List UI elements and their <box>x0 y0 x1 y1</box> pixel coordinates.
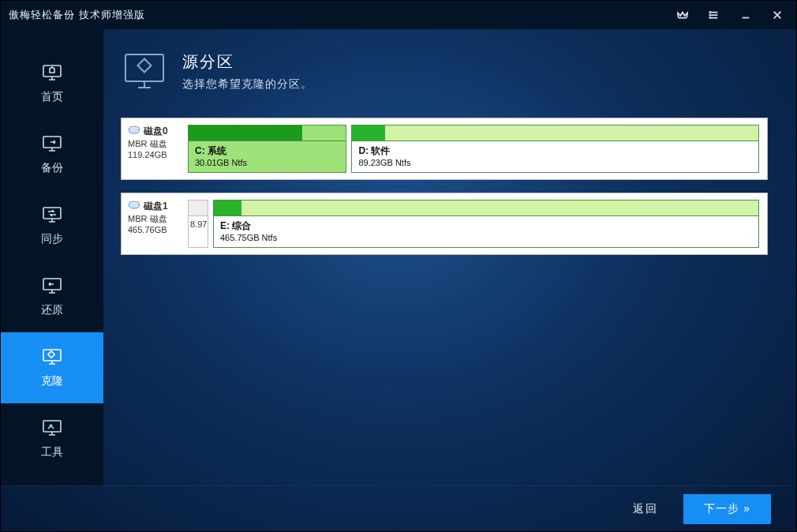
disk-list: 磁盘0MBR 磁盘119.24GBC: 系统30.01GB NtfsD: 软件8… <box>121 118 768 485</box>
sidebar-item-label: 备份 <box>41 161 63 175</box>
sidebar-item-label: 还原 <box>41 303 63 317</box>
disk-name: 磁盘1 <box>128 200 168 213</box>
partition-detail: 30.01GB Ntfs <box>195 158 339 167</box>
disk-card: 磁盘1MBR 磁盘465.76GB8.97E: 综合465.75GB Ntfs <box>121 193 768 255</box>
disk-info: 磁盘1MBR 磁盘465.76GB <box>128 200 183 248</box>
titlebar: 傲梅轻松备份 技术师增强版 <box>1 1 796 29</box>
disk-icon <box>128 126 140 137</box>
svg-rect-8 <box>48 351 54 358</box>
sidebar-item-restore[interactable]: 还原 <box>1 261 103 332</box>
partition-row: C: 系统30.01GB NtfsD: 软件89.23GB Ntfs <box>188 125 759 173</box>
partition-usage-fill <box>214 200 241 215</box>
minimize-button[interactable] <box>730 1 761 29</box>
partition[interactable]: E: 综合465.75GB Ntfs <box>213 200 759 248</box>
partition-usage-bar <box>214 200 758 216</box>
source-partition-icon <box>121 51 168 96</box>
footer: 返回 下一步 » <box>1 485 796 531</box>
partition[interactable]: D: 软件89.23GB Ntfs <box>351 125 759 173</box>
menu-icon[interactable] <box>698 1 730 29</box>
partition-title: E: 综合 <box>220 219 752 233</box>
page-subtitle: 选择您希望克隆的分区。 <box>182 77 312 92</box>
disk-type: MBR 磁盘 <box>128 213 167 225</box>
disk-name: 磁盘0 <box>128 125 168 138</box>
sidebar-item-home[interactable]: 首页 <box>1 48 103 119</box>
sidebar-item-clone[interactable]: 克隆 <box>1 332 103 403</box>
partition-usage-fill <box>189 126 302 140</box>
svg-point-2 <box>709 17 710 18</box>
partition-usage-fill <box>352 126 384 140</box>
svg-rect-11 <box>138 59 152 73</box>
small-partition-size: 8.97 <box>189 216 208 232</box>
sidebar-item-label: 克隆 <box>41 374 63 388</box>
sidebar-item-label: 首页 <box>41 90 63 104</box>
disk-icon <box>128 200 140 212</box>
close-button[interactable] <box>761 1 793 29</box>
partition-label: D: 软件89.23GB Ntfs <box>352 141 758 172</box>
sidebar-item-label: 同步 <box>41 232 63 246</box>
next-button[interactable]: 下一步 » <box>683 494 771 524</box>
small-partition-bar <box>189 200 208 216</box>
app-window: 傲梅轻松备份 技术师增强版 首页 备份 同步 <box>0 0 797 532</box>
disk-size: 119.24GB <box>128 150 167 159</box>
sidebar: 首页 备份 同步 还原 克隆 工具 <box>1 29 103 485</box>
page-header: 源分区 选择您希望克隆的分区。 <box>121 51 768 96</box>
disk-size: 465.76GB <box>128 225 167 234</box>
crown-icon[interactable] <box>667 1 698 29</box>
back-button[interactable]: 返回 <box>622 496 669 523</box>
sidebar-item-label: 工具 <box>41 445 63 459</box>
disk-name-text: 磁盘1 <box>144 200 168 213</box>
partition-title: D: 软件 <box>358 144 752 158</box>
disk-name-text: 磁盘0 <box>144 125 168 138</box>
main-panel: 源分区 选择您希望克隆的分区。 磁盘0MBR 磁盘119.24GBC: 系统30… <box>103 29 796 485</box>
disk-type: MBR 磁盘 <box>128 138 167 150</box>
partition-title: C: 系统 <box>195 144 339 158</box>
page-title: 源分区 <box>182 51 312 73</box>
svg-point-1 <box>709 14 710 15</box>
svg-point-0 <box>709 12 710 13</box>
sidebar-item-sync[interactable]: 同步 <box>1 190 103 261</box>
app-body: 首页 备份 同步 还原 克隆 工具 <box>1 29 796 485</box>
partition-detail: 89.23GB Ntfs <box>358 158 752 167</box>
partition-row: E: 综合465.75GB Ntfs <box>213 200 759 248</box>
partition-usage-bar <box>189 126 346 141</box>
disk-info: 磁盘0MBR 磁盘119.24GB <box>128 125 183 173</box>
sidebar-item-tools[interactable]: 工具 <box>1 403 103 474</box>
app-title: 傲梅轻松备份 技术师增强版 <box>9 8 667 22</box>
svg-rect-5 <box>43 208 61 219</box>
partition[interactable]: C: 系统30.01GB Ntfs <box>188 125 346 173</box>
partition-detail: 465.75GB Ntfs <box>220 233 752 242</box>
disk-card: 磁盘0MBR 磁盘119.24GBC: 系统30.01GB NtfsD: 软件8… <box>121 118 768 180</box>
small-partition[interactable]: 8.97 <box>188 200 208 248</box>
partition-label: E: 综合465.75GB Ntfs <box>214 216 758 247</box>
partition-label: C: 系统30.01GB Ntfs <box>189 141 346 172</box>
partition-usage-bar <box>352 126 758 141</box>
sidebar-item-backup[interactable]: 备份 <box>1 119 103 190</box>
